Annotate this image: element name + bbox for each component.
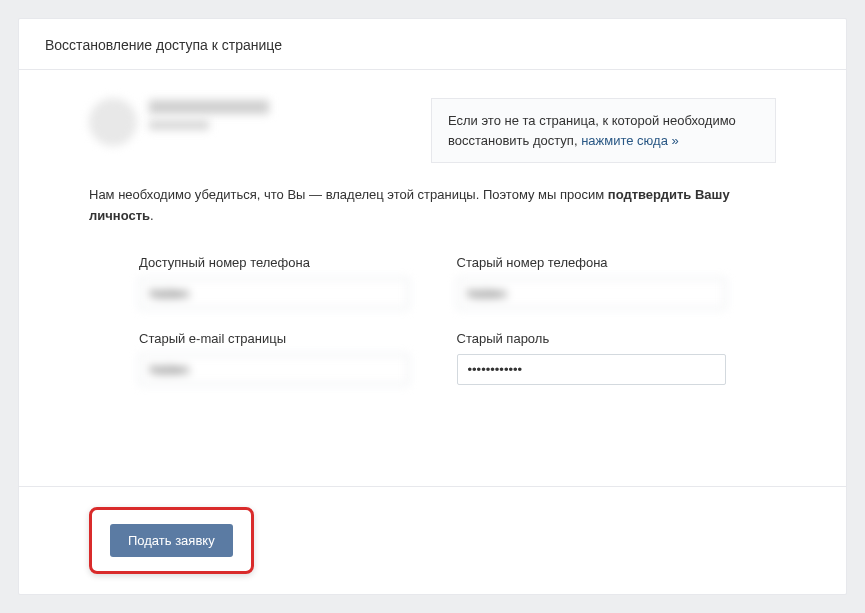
old-phone-group: Старый номер телефона [457,255,727,309]
profile-name-blurred [149,100,269,114]
available-phone-label: Доступный номер телефона [139,255,409,270]
old-password-label: Старый пароль [457,331,727,346]
verify-after: . [150,208,154,223]
panel-body: Если это не та страница, к которой необх… [19,70,846,486]
submit-button[interactable]: Подать заявку [110,524,233,557]
old-phone-input[interactable] [457,278,727,309]
avatar [89,98,137,146]
verify-identity-text: Нам необходимо убедиться, что Вы — владе… [89,185,776,227]
wrong-page-notice: Если это не та страница, к которой необх… [431,98,776,163]
verify-before: Нам необходимо убедиться, что Вы — владе… [89,187,608,202]
old-password-group: Старый пароль [457,331,727,385]
old-password-input[interactable] [457,354,727,385]
profile-block [89,98,371,163]
old-email-group: Старый e-mail страницы [139,331,409,385]
available-phone-input[interactable] [139,278,409,309]
old-email-label: Старый e-mail страницы [139,331,409,346]
panel-footer: Подать заявку [19,486,846,594]
click-here-link[interactable]: нажмите сюда » [581,133,679,148]
old-email-input[interactable] [139,354,409,385]
restore-access-panel: Восстановление доступа к странице Если э… [18,18,847,595]
available-phone-group: Доступный номер телефона [139,255,409,309]
page-title: Восстановление доступа к странице [45,37,820,53]
submit-highlight-box: Подать заявку [89,507,254,574]
form-grid: Доступный номер телефона Старый номер те… [89,255,776,385]
old-phone-label: Старый номер телефона [457,255,727,270]
panel-header: Восстановление доступа к странице [19,19,846,70]
top-row: Если это не та страница, к которой необх… [89,98,776,163]
profile-sub-blurred [149,120,209,130]
profile-info [149,98,269,130]
